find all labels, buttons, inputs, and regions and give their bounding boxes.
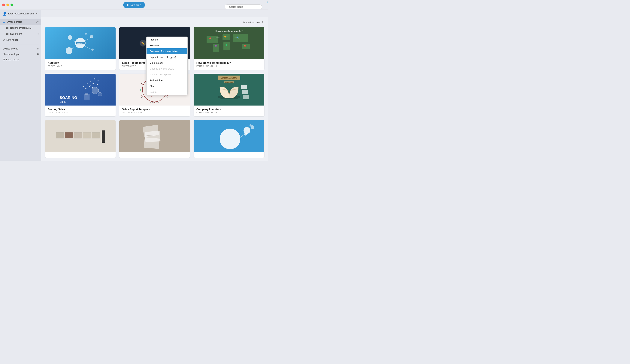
context-menu-item-download[interactable]: Download for presentation bbox=[146, 48, 188, 54]
svg-rect-75 bbox=[102, 130, 105, 143]
context-menu-item-move-synced: Move to Synced prezis bbox=[146, 66, 188, 72]
svg-rect-18 bbox=[213, 44, 219, 52]
edit-icon-btn[interactable]: ✏️ bbox=[140, 40, 146, 46]
svg-point-6 bbox=[66, 47, 72, 54]
search-input[interactable] bbox=[224, 4, 262, 9]
svg-text:Quarter Year: Quarter Year bbox=[150, 101, 159, 103]
prezi-card-global[interactable]: How are we doing globally? bbox=[194, 27, 264, 70]
user-bar[interactable]: 👤 roger@preziforteams.com ▼ bbox=[0, 10, 41, 18]
new-prezi-button[interactable]: ⊕ New prezi bbox=[123, 2, 145, 8]
context-menu: Present Rename Download for presentation… bbox=[146, 36, 188, 95]
user-email: roger@preziforteams.com bbox=[8, 12, 34, 15]
prezi-card-bottom-1[interactable] bbox=[45, 120, 116, 158]
card-date-company-lit: EDITED 2016. JUL 19. bbox=[196, 111, 262, 114]
prezi-card-bottom-2[interactable] bbox=[119, 120, 190, 158]
sync-status-text: Synced just now bbox=[242, 21, 260, 24]
cloud-icon: ☁ bbox=[3, 20, 5, 23]
svg-rect-15 bbox=[222, 34, 230, 40]
soaring-visual: SOARING Sales bbox=[52, 74, 108, 105]
local-label: Local prezis bbox=[6, 58, 19, 61]
sidebar-item-owned[interactable]: Owned by you 8 bbox=[0, 46, 41, 51]
svg-rect-32 bbox=[85, 93, 88, 95]
local-label-wrap: 🖥 Local prezis bbox=[3, 58, 19, 61]
card-thumbnail-autoplay: Autoplay bbox=[45, 27, 116, 59]
sidebar-item-shared[interactable]: Shared with you 8 bbox=[0, 51, 41, 57]
card-thumbnail-company-lit: Company Literature 2013–2016 bbox=[194, 74, 264, 105]
svg-line-8 bbox=[72, 39, 75, 42]
svg-rect-73 bbox=[83, 132, 91, 138]
context-menu-item-delete: Delete bbox=[146, 89, 188, 95]
card-thumbnail-soaring: SOARING Sales bbox=[45, 74, 116, 105]
svg-point-5 bbox=[91, 48, 94, 51]
card-info-sales-report-2: Sales Report Template EDITED 2016. JUL 1… bbox=[119, 105, 190, 116]
rogers-biz-label: Roger's Prezi Busi... bbox=[10, 26, 39, 29]
svg-point-83 bbox=[220, 129, 240, 149]
user-dropdown-icon[interactable]: ▼ bbox=[36, 13, 38, 15]
svg-line-9 bbox=[85, 37, 90, 41]
synced-prezis-label: Synced prezis bbox=[7, 20, 36, 23]
fullscreen-button[interactable] bbox=[10, 3, 13, 6]
svg-line-12 bbox=[87, 34, 90, 36]
prezi-card-autoplay[interactable]: Autoplay Autoplay EDITED NOV 3. bbox=[45, 27, 116, 70]
close-button[interactable] bbox=[2, 3, 5, 6]
svg-rect-71 bbox=[65, 132, 73, 138]
sidebar-item-sales-team[interactable]: 🗂 sales team 4 bbox=[0, 31, 41, 37]
context-menu-item-add-folder[interactable]: Add to folder bbox=[146, 77, 188, 83]
sidebar-item-rogers-biz[interactable]: 🗂 Roger's Prezi Busi... bbox=[0, 25, 41, 31]
svg-rect-70 bbox=[56, 132, 64, 138]
card-thumbnail-global: How are we doing globally? bbox=[194, 27, 264, 59]
sync-icon[interactable]: ↻ bbox=[262, 21, 264, 24]
add-folder-icon: ⊕ bbox=[3, 38, 5, 41]
sidebar: ☁ Synced prezis 16 🗂 Roger's Prezi Busi.… bbox=[0, 17, 41, 161]
global-visual: How are we doing globally? bbox=[201, 27, 257, 59]
prezi-card-company-lit[interactable]: Company Literature 2013–2016 bbox=[194, 74, 264, 116]
context-menu-item-export[interactable]: Export to prezi file (.pez) bbox=[146, 54, 188, 60]
card-info-bottom-1 bbox=[45, 152, 116, 158]
minimize-button[interactable] bbox=[6, 3, 9, 6]
sidebar-item-synced-prezis[interactable]: ☁ Synced prezis 16 bbox=[0, 19, 41, 25]
svg-point-7 bbox=[85, 33, 87, 35]
svg-rect-17 bbox=[224, 42, 230, 50]
card-info-bottom-2 bbox=[119, 152, 190, 158]
card-title-autoplay: Autoplay bbox=[48, 61, 113, 64]
card-date-sales-report-2: EDITED 2016. JUL 19. bbox=[122, 111, 187, 114]
synced-prezis-count: 16 bbox=[36, 20, 39, 23]
traffic-lights bbox=[2, 3, 13, 6]
new-prezi-label: New prezi bbox=[130, 3, 141, 6]
svg-point-50 bbox=[166, 95, 168, 96]
svg-rect-19 bbox=[242, 44, 250, 49]
search-icon: 🔍 bbox=[267, 1, 268, 3]
svg-rect-66 bbox=[241, 85, 247, 89]
sidebar-divider-1 bbox=[3, 44, 39, 44]
svg-rect-16 bbox=[233, 34, 248, 42]
card-info-soaring: Soaring Sales EDITED 2016. JUL 19. bbox=[45, 105, 116, 116]
svg-rect-79 bbox=[144, 137, 160, 149]
card-info-global: How are we doing globally? EDITED 2016. … bbox=[194, 59, 264, 70]
card-thumbnail-bottom-1 bbox=[45, 120, 116, 152]
svg-text:Sales: Sales bbox=[60, 100, 66, 103]
card-title-global: How are we doing globally? bbox=[196, 61, 262, 64]
titlebar: Prezi Classic ⊕ New prezi 🔍 bbox=[0, 0, 268, 10]
sidebar-item-new-folder[interactable]: ⊕ New folder bbox=[0, 37, 41, 43]
bottom1-visual bbox=[52, 120, 108, 152]
prezi-card-bottom-3[interactable] bbox=[194, 120, 264, 158]
prezi-card-soaring[interactable]: SOARING Sales Soaring Sales EDITED 2016.… bbox=[45, 74, 116, 116]
folder-icon: 🗂 bbox=[6, 26, 9, 29]
context-menu-item-copy[interactable]: Make a copy bbox=[146, 60, 188, 66]
card-thumbnail-bottom-2 bbox=[119, 120, 190, 152]
svg-text:🌍: 🌍 bbox=[140, 89, 142, 91]
sync-bar: Synced just now ↻ bbox=[45, 21, 264, 24]
plus-icon: ⊕ bbox=[127, 3, 129, 7]
context-menu-item-move-local: Move to Local prezis bbox=[146, 72, 188, 77]
sidebar-item-local[interactable]: 🖥 Local prezis bbox=[0, 57, 41, 62]
svg-point-30 bbox=[98, 92, 102, 96]
context-menu-item-rename[interactable]: Rename bbox=[146, 42, 188, 48]
card-title-sales-report-2: Sales Report Template bbox=[122, 108, 187, 111]
context-menu-item-share[interactable]: Share bbox=[146, 83, 188, 89]
owned-count: 8 bbox=[37, 47, 39, 50]
svg-point-29 bbox=[92, 87, 99, 94]
owned-label: Owned by you bbox=[3, 47, 18, 50]
svg-rect-67 bbox=[242, 90, 248, 94]
card-title-company-lit: Company Literature bbox=[196, 108, 262, 111]
context-menu-item-present[interactable]: Present bbox=[146, 37, 188, 42]
